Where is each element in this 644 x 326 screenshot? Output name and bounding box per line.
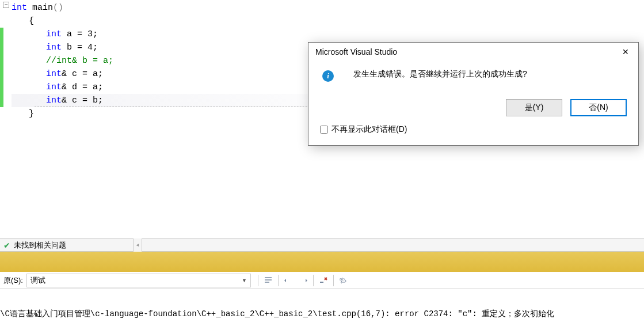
dont-show-checkbox[interactable]: [320, 126, 328, 134]
word-wrap-icon[interactable]: ab: [336, 274, 351, 287]
source-select[interactable]: 调试 ▼: [26, 274, 251, 287]
issues-bar: ✔ 未找到相关问题: [0, 238, 644, 252]
keyword: int: [12, 3, 27, 13]
clear-all-icon[interactable]: [261, 274, 276, 287]
chevron-down-icon: ▼: [242, 278, 247, 283]
output-toolbar: 原(S): 调试 ▼ ab: [0, 272, 644, 289]
code-line: int a = 3;: [12, 28, 644, 41]
close-icon[interactable]: ✕: [620, 47, 631, 56]
svg-rect-0: [320, 282, 323, 283]
dialog-titlebar: Microsoft Visual Studio ✕: [308, 43, 638, 61]
scroll-left-icon[interactable]: [133, 238, 142, 252]
source-label: 原(S):: [0, 275, 26, 286]
highlight-bar: [0, 252, 644, 272]
dialog-title-text: Microsoft Visual Studio: [315, 47, 397, 56]
dialog-buttons: 是(Y) 否(N): [308, 85, 638, 120]
code-line: int main(): [12, 1, 644, 14]
output-text[interactable]: \C语言基础入门项目管理\c-language-foundation\C++_b…: [0, 289, 644, 326]
check-icon: ✔: [3, 241, 10, 250]
no-button[interactable]: 否(N): [570, 99, 627, 116]
dialog-footer: 不再显示此对话框(D): [308, 120, 638, 145]
dialog-body: i 发生生成错误。是否继续并运行上次的成功生成?: [308, 61, 638, 85]
fold-toggle[interactable]: [3, 2, 9, 8]
separator: [258, 275, 258, 286]
svg-text:ab: ab: [340, 276, 345, 282]
clear-icon[interactable]: [316, 274, 331, 287]
issues-text: 未找到相关问题: [14, 240, 66, 251]
info-icon: i: [322, 70, 334, 82]
output-panel: 原(S): 调试 ▼ ab \C语言基础入门项目管理\c-language-fo…: [0, 252, 644, 326]
yes-button[interactable]: 是(Y): [506, 99, 562, 116]
dialog-message: 发生生成错误。是否继续并运行上次的成功生成?: [353, 69, 527, 79]
code-line: {: [12, 14, 644, 28]
build-error-dialog: Microsoft Visual Studio ✕ i 发生生成错误。是否继续并…: [308, 42, 639, 146]
indent-left-icon[interactable]: [281, 274, 296, 287]
separator: [313, 275, 314, 286]
separator: [333, 275, 334, 286]
dont-show-label: 不再显示此对话框(D): [331, 124, 407, 135]
indent-right-icon[interactable]: [296, 274, 311, 287]
separator: [278, 275, 279, 286]
output-line: \C语言基础入门项目管理\c-language-foundation\C++_b…: [0, 309, 644, 320]
